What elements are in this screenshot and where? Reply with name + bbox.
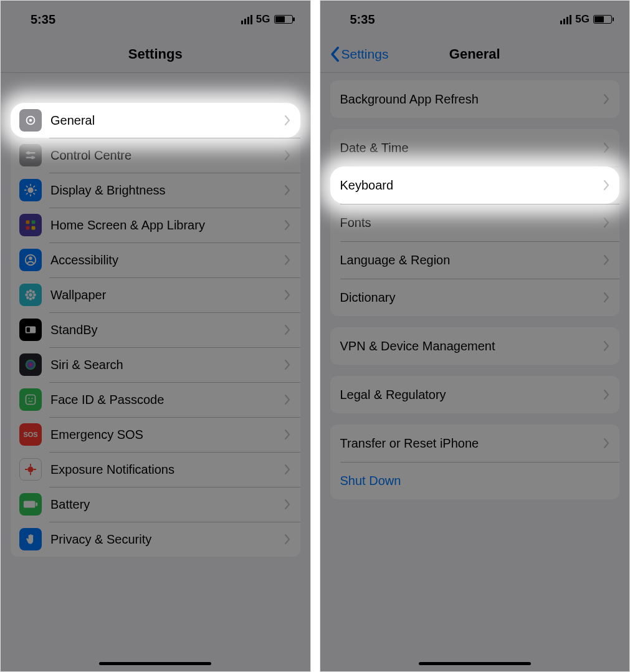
svg-point-32	[26, 360, 36, 370]
general-row-transfer-reset[interactable]: Transfer or Reset iPhone	[330, 425, 620, 462]
status-right: 5G	[241, 13, 293, 26]
row-label: Keyboard	[340, 178, 394, 193]
svg-point-4	[27, 151, 30, 155]
row-label: Legal & Regulatory	[340, 388, 446, 402]
gear-icon	[19, 109, 42, 132]
settings-row-face-id-passcode[interactable]: Face ID & Passcode	[11, 382, 300, 417]
settings-row-exposure-notifications[interactable]: Exposure Notifications	[11, 452, 300, 487]
navbar: Settings	[1, 36, 310, 73]
settings-row-display-brightness[interactable]: Display & Brightness	[11, 173, 300, 208]
svg-point-6	[27, 187, 33, 193]
virus-icon	[19, 458, 42, 481]
row-label: Wallpaper	[50, 288, 106, 302]
chevron-right-icon	[603, 217, 609, 228]
screenshot-settings: 5:35 5G Settings GeneralControl CentreDi…	[0, 0, 311, 672]
settings-row-standby[interactable]: StandBy	[11, 312, 300, 347]
chevron-right-icon	[603, 292, 609, 303]
siri-icon	[19, 353, 42, 376]
chevron-right-icon	[603, 389, 609, 400]
svg-point-29	[32, 296, 35, 299]
row-label: Accessibility	[50, 253, 118, 267]
row-label: Shut Down	[340, 474, 401, 488]
settings-row-home-screen-app-library[interactable]: Home Screen & App Library	[11, 208, 300, 242]
settings-row-siri-search[interactable]: Siri & Search	[11, 347, 300, 382]
svg-line-13	[27, 193, 27, 194]
row-label: General	[50, 113, 95, 128]
chevron-right-icon	[284, 429, 290, 440]
settings-row-wallpaper[interactable]: Wallpaper	[11, 277, 300, 312]
general-row-keyboard[interactable]: Keyboard	[330, 166, 620, 204]
settings-row-battery[interactable]: Battery	[11, 487, 300, 522]
svg-point-34	[29, 398, 30, 399]
row-label: VPN & Device Management	[340, 339, 495, 353]
signal-icon	[241, 15, 252, 24]
general-group: Transfer or Reset iPhoneShut Down	[330, 425, 620, 499]
general-row-fonts[interactable]: Fonts	[330, 204, 620, 241]
sun-icon	[19, 179, 42, 201]
general-row-vpn-device-management[interactable]: VPN & Device Management	[330, 327, 620, 365]
general-row-date-time[interactable]: Date & Time	[330, 129, 620, 166]
general-group: Background App Refresh	[330, 80, 620, 118]
svg-rect-41	[24, 501, 35, 507]
general-row-background-app-refresh[interactable]: Background App Refresh	[330, 80, 620, 118]
general-list: Background App RefreshDate & TimeKeyboar…	[320, 73, 630, 671]
page-title: General	[449, 46, 500, 62]
home-indicator[interactable]	[419, 662, 531, 665]
svg-point-27	[32, 290, 35, 294]
chevron-right-icon	[284, 254, 290, 266]
settings-row-general[interactable]: General	[11, 103, 300, 138]
chevron-right-icon	[284, 185, 290, 196]
general-row-shut-down[interactable]: Shut Down	[330, 462, 620, 499]
chevron-left-icon	[329, 46, 340, 62]
sliders-icon	[19, 144, 42, 166]
chevron-right-icon	[603, 94, 609, 105]
svg-point-20	[29, 257, 32, 261]
svg-point-35	[32, 398, 33, 399]
settings-row-emergency-sos[interactable]: SOSEmergency SOS	[11, 417, 300, 452]
svg-point-21	[29, 293, 32, 297]
row-label: Language & Region	[340, 253, 451, 267]
general-group: Date & TimeKeyboardFontsLanguage & Regio…	[330, 129, 620, 316]
general-row-dictionary[interactable]: Dictionary	[330, 279, 620, 316]
flower-icon	[19, 284, 42, 306]
screenshot-general: 5:35 5G Settings General Background App …	[320, 0, 631, 672]
row-label: Background App Refresh	[340, 92, 479, 107]
svg-rect-15	[26, 221, 30, 224]
status-time: 5:35	[350, 12, 375, 27]
home-indicator[interactable]	[99, 662, 211, 665]
status-right: 5G	[560, 13, 612, 26]
svg-point-23	[29, 297, 32, 300]
general-row-legal-regulatory[interactable]: Legal & Regulatory	[330, 376, 620, 413]
svg-point-1	[29, 119, 32, 122]
svg-rect-31	[27, 327, 31, 332]
row-label: Home Screen & App Library	[50, 218, 205, 233]
settings-row-control-centre[interactable]: Control Centre	[11, 138, 300, 173]
chevron-right-icon	[284, 464, 290, 475]
status-time: 5:35	[31, 12, 55, 27]
row-label: Date & Time	[340, 141, 409, 155]
statusbar: 5:35 5G	[320, 1, 630, 36]
row-label: Emergency SOS	[50, 428, 143, 442]
chevron-right-icon	[284, 499, 290, 510]
chevron-right-icon	[284, 359, 290, 370]
chevron-right-icon	[284, 150, 290, 161]
svg-point-25	[33, 294, 36, 297]
row-label: Exposure Notifications	[50, 463, 174, 477]
settings-row-accessibility[interactable]: Accessibility	[11, 242, 300, 277]
svg-point-22	[29, 289, 32, 292]
general-row-language-region[interactable]: Language & Region	[330, 241, 620, 279]
row-label: Privacy & Security	[50, 532, 151, 547]
back-button[interactable]: Settings	[329, 36, 389, 72]
chevron-right-icon	[284, 115, 290, 126]
svg-rect-33	[26, 395, 36, 405]
row-label: Face ID & Passcode	[50, 393, 164, 407]
settings-row-privacy-security[interactable]: Privacy & Security	[11, 522, 300, 557]
battery-icon	[593, 15, 612, 24]
battery-icon	[274, 15, 293, 24]
hand-icon	[19, 528, 42, 550]
navbar: Settings General	[320, 36, 630, 73]
chevron-right-icon	[603, 142, 609, 153]
chevron-right-icon	[603, 254, 609, 266]
svg-line-11	[27, 186, 27, 187]
settings-list: GeneralControl CentreDisplay & Brightnes…	[1, 73, 310, 671]
